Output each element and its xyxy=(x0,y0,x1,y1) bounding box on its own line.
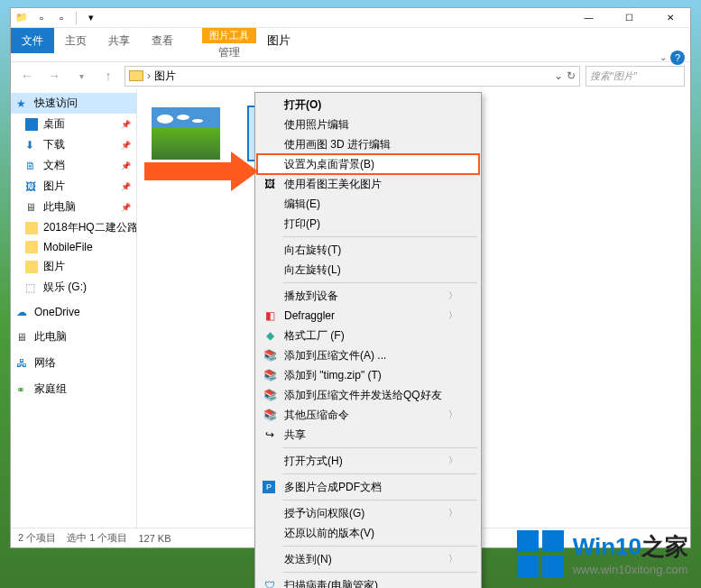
menu-separator xyxy=(282,500,477,501)
menu-edit[interactable]: 编辑(E) xyxy=(257,194,479,214)
sidebar-thispc[interactable]: 🖥此电脑 xyxy=(11,326,136,347)
titlebar: 📁 ▫ ▫ ▾ — ☐ ✕ xyxy=(11,8,690,28)
menu-zip-a[interactable]: 📚添加到压缩文件(A) ... xyxy=(257,345,479,365)
menu-zip-other[interactable]: 📚其他压缩命令〉 xyxy=(257,405,479,425)
sidebar-item-downloads[interactable]: ⬇下载📌 xyxy=(11,134,136,155)
menu-rotate-right[interactable]: 向右旋转(T) xyxy=(257,240,479,260)
breadcrumb-item[interactable]: 图片 xyxy=(154,69,176,84)
contextual-tab-label: 图片工具 xyxy=(202,28,256,43)
ribbon-collapse-bar: ⌄ ? xyxy=(11,53,690,62)
pin-icon: 📌 xyxy=(121,161,131,170)
sidebar-homegroup[interactable]: ⚭家庭组 xyxy=(11,379,136,400)
chevron-right-icon: 〉 xyxy=(448,507,457,519)
menu-cast[interactable]: 播放到设备〉 xyxy=(257,286,479,306)
archive-icon: 📚 xyxy=(263,408,277,422)
menu-defraggler[interactable]: ◧Defraggler〉 xyxy=(257,306,479,326)
menu-separator xyxy=(282,572,477,573)
sidebar-item-folder[interactable]: 图片 xyxy=(11,256,136,277)
chevron-right-icon: 〉 xyxy=(448,455,457,467)
chevron-right-icon: 〉 xyxy=(448,309,457,322)
folder-icon xyxy=(25,261,38,273)
sidebar-item-folder[interactable]: MobileFile xyxy=(11,238,136,256)
document-icon: 🗎 xyxy=(25,160,38,172)
sidebar-item-folder[interactable]: 2018年HQ二建公路 xyxy=(11,217,136,238)
pin-icon: 📌 xyxy=(121,203,131,212)
pin-icon: 📌 xyxy=(121,182,131,191)
qat-dropdown[interactable]: ▾ xyxy=(84,11,98,25)
menu-send-to[interactable]: 发送到(N)〉 xyxy=(257,549,479,569)
menu-set-wallpaper[interactable]: 设置为桌面背景(B) xyxy=(257,154,479,174)
tab-file[interactable]: 文件 xyxy=(11,28,54,53)
menu-zip-timg[interactable]: 📚添加到 "timg.zip" (T) xyxy=(257,365,479,385)
folder-icon xyxy=(129,70,143,81)
archive-icon: 📚 xyxy=(263,388,277,402)
pin-icon: 📌 xyxy=(121,120,131,129)
status-selected: 选中 1 个项目 xyxy=(67,531,127,545)
qat-item[interactable]: ▫ xyxy=(34,11,49,25)
address-dropdown-icon[interactable]: ⌄ xyxy=(554,69,563,82)
minimize-button[interactable]: — xyxy=(568,8,609,28)
tab-view[interactable]: 查看 xyxy=(141,28,184,53)
sidebar-onedrive[interactable]: ☁OneDrive xyxy=(11,303,136,321)
menu-open[interactable]: 打开(O) xyxy=(257,95,479,115)
address-bar[interactable]: › 图片 ⌄ ↻ xyxy=(125,66,580,87)
menu-grant-access[interactable]: 授予访问权限(G)〉 xyxy=(257,503,479,523)
annotation-arrow xyxy=(144,152,262,191)
status-item-count: 2 个项目 xyxy=(18,531,56,545)
sidebar-item-drive[interactable]: ⬚娱乐 (G:) xyxy=(11,277,136,298)
menu-rotate-left[interactable]: 向左旋转(L) xyxy=(257,260,479,280)
menu-open-with[interactable]: 打开方式(H)〉 xyxy=(257,451,479,471)
pictures-icon: 🖼 xyxy=(25,180,38,193)
pc-icon: 🖥 xyxy=(25,201,38,214)
menu-zip-qq[interactable]: 📚添加到压缩文件并发送给QQ好友 xyxy=(257,385,479,405)
drive-icon: ⬚ xyxy=(25,281,38,294)
menu-restore-version[interactable]: 还原以前的版本(V) xyxy=(257,523,479,543)
contextual-tab-group: 图片工具 管理 xyxy=(202,28,256,53)
app-icon: 🛡 xyxy=(263,578,277,588)
ribbon-expand-icon[interactable]: ⌄ xyxy=(659,52,667,62)
pc-icon: 🖥 xyxy=(16,331,29,344)
menu-share[interactable]: ↪共享 xyxy=(257,425,479,445)
sidebar-item-pictures[interactable]: 🖼图片📌 xyxy=(11,176,136,197)
search-input[interactable]: 搜索"图片" xyxy=(586,66,685,87)
maximize-button[interactable]: ☐ xyxy=(609,8,650,28)
menu-separator xyxy=(282,447,477,448)
folder-icon: 📁 xyxy=(14,11,29,25)
menu-format-factory[interactable]: ◆格式工厂 (F) xyxy=(257,326,479,345)
ribbon-tabs: 文件 主页 共享 查看 图片工具 管理 图片 xyxy=(11,28,690,53)
nav-up-button[interactable]: ↑ xyxy=(97,65,119,87)
sidebar-item-documents[interactable]: 🗎文档📌 xyxy=(11,155,136,176)
menu-photo-edit[interactable]: 使用照片编辑 xyxy=(257,115,479,134)
archive-icon: 📚 xyxy=(263,348,277,363)
folder-icon xyxy=(25,222,38,234)
nav-back-button[interactable]: ← xyxy=(16,65,38,87)
download-icon: ⬇ xyxy=(25,139,38,152)
close-button[interactable]: ✕ xyxy=(650,8,690,28)
watermark-url: www.win10xitong.com xyxy=(573,563,688,576)
sidebar-item-desktop[interactable]: 桌面📌 xyxy=(11,114,136,134)
menu-pdf[interactable]: P多图片合成PDF文档 xyxy=(257,477,479,497)
sidebar-network[interactable]: 🖧网络 xyxy=(11,353,136,373)
tab-home[interactable]: 主页 xyxy=(54,28,97,53)
menu-separator xyxy=(282,236,477,237)
watermark: Win10之家 www.win10xitong.com xyxy=(517,530,688,577)
nav-forward-button[interactable]: → xyxy=(43,65,65,87)
qat-item[interactable]: ▫ xyxy=(54,11,69,25)
menu-scan-virus[interactable]: 🛡扫描病毒(电脑管家) xyxy=(257,575,479,588)
pin-icon: 📌 xyxy=(121,141,131,150)
network-icon: 🖧 xyxy=(16,357,29,370)
onedrive-icon: ☁ xyxy=(16,306,29,318)
chevron-right-icon: 〉 xyxy=(448,409,457,421)
nav-recent-button[interactable]: ▾ xyxy=(70,65,92,87)
address-bar-row: ← → ▾ ↑ › 图片 ⌄ ↻ 搜索"图片" xyxy=(11,62,690,89)
menu-print[interactable]: 打印(P) xyxy=(257,214,479,234)
tab-share[interactable]: 共享 xyxy=(97,28,141,53)
menu-paint3d[interactable]: 使用画图 3D 进行编辑 xyxy=(257,134,479,154)
app-icon: 🖼 xyxy=(263,177,277,191)
menu-kantu[interactable]: 🖼使用看图王美化图片 xyxy=(257,174,479,194)
menu-separator xyxy=(282,473,477,474)
windows-logo-icon xyxy=(517,530,564,577)
sidebar-item-thispc[interactable]: 🖥此电脑📌 xyxy=(11,197,136,217)
refresh-icon[interactable]: ↻ xyxy=(567,69,576,82)
sidebar-quick-access[interactable]: ★快速访问 xyxy=(11,93,136,114)
